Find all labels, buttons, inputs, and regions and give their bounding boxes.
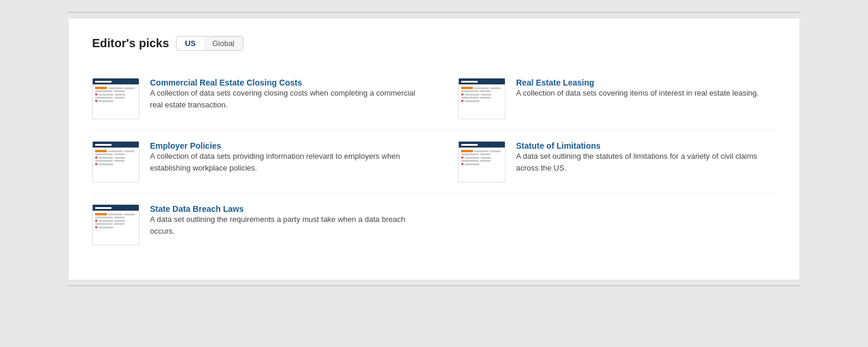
pick-item-employer-policies: Employer Policies A collection of data s… — [92, 130, 434, 194]
editors-picks-header: Editor's picks US Global — [92, 36, 776, 51]
pick-title-statute[interactable]: Statute of Limitations — [516, 141, 601, 150]
pick-item-real-estate-leasing: Real Estate Leasing A collection of data… — [434, 67, 776, 130]
pick-content-employer: Employer Policies A collection of data s… — [150, 141, 422, 174]
pick-content-statute: Statute of Limitations A data set outlin… — [516, 141, 764, 174]
pick-thumbnail-leasing — [458, 78, 505, 119]
pick-description-commercial: A collection of data sets covering closi… — [150, 87, 422, 110]
pick-content-commercial: Commercial Real Estate Closing Costs A c… — [150, 78, 422, 110]
pick-item-state-breach: State Data Breach Laws A data set outlin… — [92, 194, 434, 256]
pick-item-empty — [434, 194, 776, 256]
pick-item-commercial-real-estate: Commercial Real Estate Closing Costs A c… — [92, 67, 434, 130]
pick-content-breach: State Data Breach Laws A data set outlin… — [150, 204, 422, 237]
tab-us[interactable]: US — [176, 36, 204, 51]
pick-title-breach[interactable]: State Data Breach Laws — [150, 204, 244, 214]
pick-thumbnail-statute — [458, 141, 505, 182]
pick-description-leasing: A collection of data sets covering items… — [516, 87, 764, 99]
pick-thumbnail-breach — [92, 204, 139, 245]
pick-title-employer[interactable]: Employer Policies — [150, 141, 221, 150]
tab-group[interactable]: US Global — [176, 36, 243, 51]
pick-description-employer: A collection of data sets providing info… — [150, 150, 422, 174]
pick-description-statute: A data set outlining the statutes of lim… — [516, 150, 764, 174]
tab-global[interactable]: Global — [204, 37, 243, 50]
editors-picks-card: Editor's picks US Global — [68, 18, 800, 280]
pick-description-breach: A data set outlining the requirements a … — [150, 214, 422, 237]
editors-picks-title: Editor's picks — [92, 37, 169, 50]
pick-content-leasing: Real Estate Leasing A collection of data… — [516, 78, 764, 99]
pick-title-leasing[interactable]: Real Estate Leasing — [516, 78, 594, 87]
pick-item-statute: Statute of Limitations A data set outlin… — [434, 130, 776, 194]
pick-title-commercial[interactable]: Commercial Real Estate Closing Costs — [150, 78, 302, 87]
pick-thumbnail-employer — [92, 141, 139, 182]
picks-grid: Commercial Real Estate Closing Costs A c… — [92, 67, 776, 256]
pick-thumbnail-commercial — [92, 78, 139, 119]
